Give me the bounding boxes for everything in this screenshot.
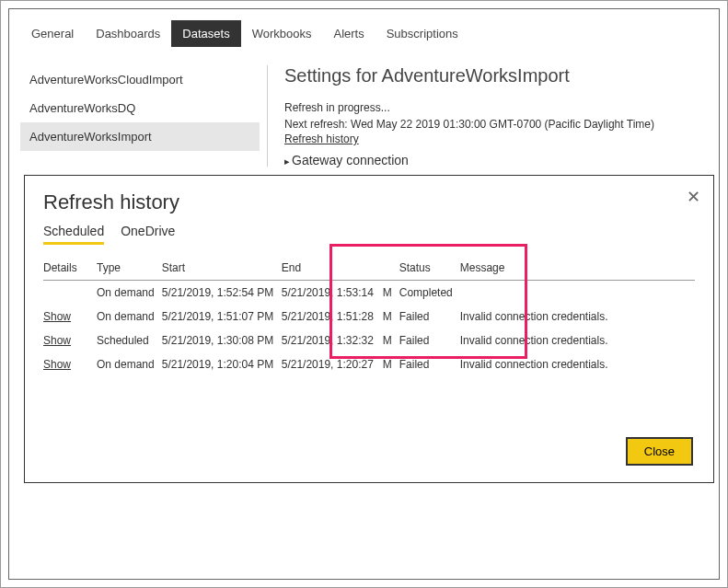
- cell-type: Scheduled: [97, 329, 162, 352]
- refresh-history-dialog: Refresh history ✕ Scheduled OneDrive Det…: [24, 175, 714, 483]
- dataset-item-import[interactable]: AdventureWorksImport: [20, 122, 260, 151]
- dialog-tab-onedrive[interactable]: OneDrive: [121, 224, 175, 245]
- cell-type: On demand: [97, 305, 162, 329]
- tab-datasets[interactable]: Datasets: [171, 20, 240, 47]
- cell-details: [43, 281, 97, 306]
- table-row: On demand 5/21/2019, 1:52:54 PM 5/21/201…: [43, 281, 695, 306]
- cell-ampm: M: [383, 305, 399, 329]
- show-details-link[interactable]: Show: [43, 334, 71, 347]
- tab-subscriptions[interactable]: Subscriptions: [376, 20, 469, 47]
- refresh-history-table: Details Type Start End Status Message On…: [43, 256, 695, 376]
- refresh-history-link[interactable]: Refresh history: [284, 133, 708, 145]
- table-header-row: Details Type Start End Status Message: [43, 256, 695, 281]
- cell-status: Failed: [399, 352, 460, 376]
- col-type: Type: [97, 256, 162, 281]
- top-tabs: General Dashboards Datasets Workbooks Al…: [9, 9, 719, 47]
- cell-start: 5/21/2019, 1:52:54 PM: [162, 281, 282, 306]
- close-icon[interactable]: ✕: [687, 187, 700, 207]
- cell-message: Invalid connection credentials.: [460, 352, 695, 376]
- col-start: Start: [162, 256, 282, 281]
- close-button[interactable]: Close: [626, 437, 693, 466]
- col-ampm: [383, 256, 399, 281]
- table-row: Show On demand 5/21/2019, 1:20:04 PM 5/2…: [43, 352, 695, 376]
- table-row: Show On demand 5/21/2019, 1:51:07 PM 5/2…: [43, 305, 695, 329]
- col-end: End: [282, 256, 383, 281]
- cell-status: Completed: [399, 281, 460, 306]
- dataset-item-cloud-import[interactable]: AdventureWorksCloudImport: [20, 65, 260, 94]
- col-status: Status: [399, 256, 460, 281]
- tab-alerts[interactable]: Alerts: [322, 20, 375, 47]
- cell-ampm: M: [383, 352, 399, 376]
- cell-start: 5/21/2019, 1:20:04 PM: [162, 352, 282, 376]
- cell-end: 5/21/2019, 1:32:32: [282, 329, 383, 352]
- cell-status: Failed: [399, 305, 460, 329]
- dataset-item-dq[interactable]: AdventureWorksDQ: [20, 94, 260, 122]
- cell-end: 5/21/2019, 1:20:27: [282, 352, 383, 376]
- caret-right-icon: ▸: [284, 156, 290, 167]
- settings-main: Settings for AdventureWorksImport Refres…: [275, 65, 708, 167]
- show-details-link[interactable]: Show: [43, 358, 71, 371]
- gateway-connection-row[interactable]: ▸Gateway connection: [284, 153, 708, 167]
- refresh-status-progress: Refresh in progress...: [284, 99, 708, 116]
- col-message: Message: [460, 256, 695, 281]
- tab-general[interactable]: General: [20, 20, 85, 47]
- cell-type: On demand: [97, 352, 162, 376]
- settings-heading: Settings for AdventureWorksImport: [284, 65, 708, 86]
- dataset-sidebar: AdventureWorksCloudImport AdventureWorks…: [20, 65, 260, 167]
- show-details-link[interactable]: Show: [43, 310, 71, 323]
- cell-message: Invalid connection credentials.: [460, 329, 695, 352]
- cell-end: 5/21/2019, 1:51:28: [282, 305, 383, 329]
- cell-start: 5/21/2019, 1:30:08 PM: [162, 329, 282, 352]
- cell-message: [460, 281, 695, 306]
- tab-workbooks[interactable]: Workbooks: [241, 20, 323, 47]
- col-details: Details: [43, 256, 97, 281]
- cell-ampm: M: [383, 281, 399, 306]
- cell-end: 5/21/2019, 1:53:14: [282, 281, 383, 306]
- dialog-tabs: Scheduled OneDrive: [43, 224, 695, 245]
- cell-type: On demand: [97, 281, 162, 306]
- gateway-label: Gateway connection: [292, 153, 409, 167]
- vertical-divider: [267, 65, 268, 167]
- cell-ampm: M: [383, 329, 399, 352]
- dialog-tab-scheduled[interactable]: Scheduled: [43, 224, 104, 245]
- table-row: Show Scheduled 5/21/2019, 1:30:08 PM 5/2…: [43, 329, 695, 352]
- dialog-title: Refresh history: [43, 190, 695, 214]
- tab-dashboards[interactable]: Dashboards: [85, 20, 171, 47]
- refresh-status-next: Next refresh: Wed May 22 2019 01:30:00 G…: [284, 116, 708, 133]
- cell-status: Failed: [399, 329, 460, 352]
- cell-start: 5/21/2019, 1:51:07 PM: [162, 305, 282, 329]
- cell-message: Invalid connection credentials.: [460, 305, 695, 329]
